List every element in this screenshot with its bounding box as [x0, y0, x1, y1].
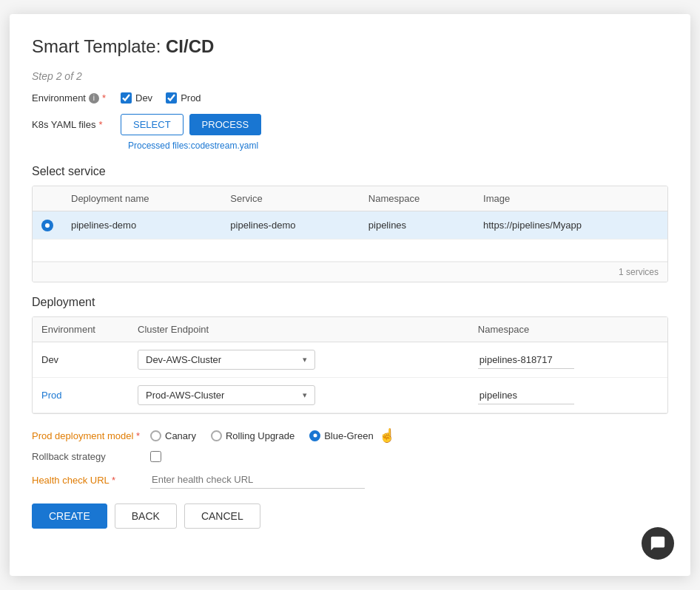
rollback-label: Rollback strategy [32, 451, 150, 462]
table-row[interactable]: pipelines-demo pipelines-demo pipelines … [33, 211, 667, 240]
environment-label: Environment i * [32, 92, 121, 104]
dep-col-env: Environment [33, 317, 129, 342]
k8s-row: K8s YAML files * SELECT PROCESS [32, 114, 668, 135]
prod-checkbox-label[interactable]: Prod [166, 92, 201, 104]
deployment-row-prod: Prod Prod-AWS-Cluster ▾ [33, 378, 667, 413]
col-select [33, 186, 62, 211]
namespace-cell: pipelines [360, 211, 474, 240]
health-check-input[interactable] [150, 471, 365, 489]
prod-deployment-model-row: Prod deployment model * Canary Rolling U… [32, 427, 668, 444]
dev-cluster-select[interactable]: Dev-AWS-Cluster ▾ [138, 350, 315, 370]
blue-green-radio [309, 430, 320, 441]
dev-namespace-input[interactable] [478, 351, 574, 369]
dep-env-prod: Prod [33, 378, 129, 413]
info-icon[interactable]: i [89, 93, 99, 104]
col-deployment-name: Deployment name [62, 186, 221, 211]
dep-col-cluster: Cluster Endpoint [129, 317, 469, 342]
prod-namespace-input[interactable] [478, 387, 574, 404]
modal-container: Smart Template: CI/CD Step 2 of 2 Enviro… [10, 14, 690, 576]
service-table-header: Deployment name Service Namespace Image [33, 186, 667, 211]
col-image: Image [474, 186, 667, 211]
cancel-button[interactable]: CANCEL [184, 503, 260, 529]
service-cell: pipelines-demo [221, 211, 359, 240]
health-check-row: Health check URL * [32, 471, 668, 489]
dep-ns-dev [469, 342, 667, 378]
col-namespace: Namespace [360, 186, 474, 211]
deployment-title: Deployment [32, 296, 668, 309]
rolling-upgrade-option[interactable]: Rolling Upgrade [211, 430, 295, 441]
dep-col-namespace: Namespace [469, 317, 667, 342]
environment-checkboxes: Dev Prod [121, 92, 201, 104]
select-button[interactable]: SELECT [121, 114, 184, 135]
footer-buttons: CREATE BACK CANCEL [32, 503, 668, 529]
processed-files-text: Processed files:codestream.yaml [128, 140, 258, 151]
blue-green-option[interactable]: Blue-Green ☝ [309, 427, 394, 444]
service-table: Deployment name Service Namespace Image … [33, 186, 667, 262]
image-cell: https://pipelines/Myapp [474, 211, 667, 240]
prod-cluster-select[interactable]: Prod-AWS-Cluster ▾ [138, 385, 315, 405]
table-row-empty [33, 240, 667, 262]
cursor-icon: ☝ [379, 427, 395, 444]
selected-radio [41, 220, 53, 231]
chat-bubble[interactable] [642, 527, 674, 560]
create-button[interactable]: CREATE [32, 503, 107, 529]
k8s-label: K8s YAML files * [32, 119, 121, 130]
environment-row: Environment i * Dev Prod [32, 92, 668, 104]
rolling-upgrade-radio [211, 430, 222, 441]
canary-radio [150, 430, 161, 441]
dep-cluster-dev: Dev-AWS-Cluster ▾ [129, 342, 469, 378]
deployment-table-header: Environment Cluster Endpoint Namespace [33, 317, 667, 342]
health-check-label: Health check URL * [32, 475, 150, 486]
select-service-title: Select service [32, 165, 668, 178]
page-title: Smart Template: CI/CD [32, 36, 668, 57]
deployment-table-container: Environment Cluster Endpoint Namespace D… [32, 316, 668, 414]
dev-checkbox-label[interactable]: Dev [121, 92, 152, 104]
step-label: Step 2 of 2 [32, 70, 668, 82]
process-button[interactable]: PROCESS [189, 114, 262, 135]
dev-checkbox[interactable] [121, 92, 132, 104]
rollback-row: Rollback strategy [32, 451, 668, 462]
back-button[interactable]: BACK [115, 503, 177, 529]
deployment-table: Environment Cluster Endpoint Namespace D… [33, 317, 667, 413]
dep-ns-prod [469, 378, 667, 413]
rollback-checkbox[interactable] [150, 451, 161, 462]
dep-env-dev: Dev [33, 342, 129, 378]
deployment-name-cell: pipelines-demo [62, 211, 221, 240]
canary-option[interactable]: Canary [150, 430, 196, 441]
deployment-row-dev: Dev Dev-AWS-Cluster ▾ [33, 342, 667, 378]
col-service: Service [221, 186, 359, 211]
dep-cluster-prod: Prod-AWS-Cluster ▾ [129, 378, 469, 413]
chevron-down-icon: ▾ [303, 355, 307, 364]
row-select-indicator [33, 211, 62, 240]
prod-deployment-label: Prod deployment model * [32, 430, 150, 441]
chevron-down-icon: ▾ [303, 390, 307, 400]
chat-icon [650, 535, 666, 552]
deployment-model-options: Canary Rolling Upgrade Blue-Green ☝ [150, 427, 395, 444]
prod-checkbox[interactable] [166, 92, 177, 104]
row-count: 1 services [33, 262, 667, 282]
service-table-container: Deployment name Service Namespace Image … [32, 186, 668, 282]
